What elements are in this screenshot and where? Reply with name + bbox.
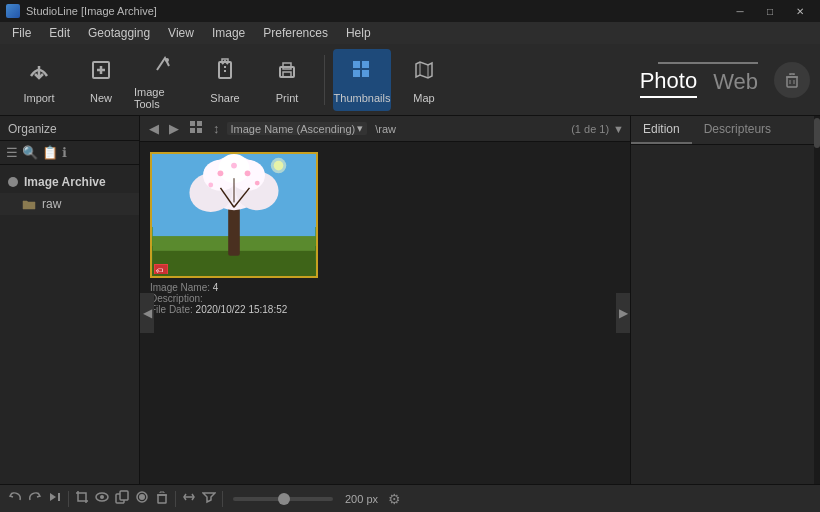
menu-file[interactable]: File [4, 24, 39, 42]
organize-list-icon[interactable]: 📋 [42, 145, 58, 160]
raw-folder-label: raw [42, 197, 61, 211]
svg-rect-56 [158, 495, 166, 503]
bottom-sep-1 [68, 491, 69, 507]
right-panel-tabs: Edition Descripteurs [631, 116, 820, 145]
svg-rect-13 [362, 70, 369, 77]
map-icon [410, 56, 438, 88]
image-tools-label: Image Tools [134, 86, 192, 110]
filter-button[interactable] [202, 490, 216, 507]
organize-tools: ☰ 🔍 📋 ℹ [0, 141, 139, 165]
view-mode-button[interactable] [186, 120, 206, 137]
sort-dir-button[interactable]: ↕ [210, 121, 223, 136]
menu-geotagging[interactable]: Geotagging [80, 24, 158, 42]
filter-bar: ◀ ▶ ↕ Image Name (Ascending) ▾ \raw (1 d… [140, 116, 630, 142]
expand-button[interactable] [182, 490, 196, 507]
right-scrollbar-thumb[interactable] [814, 118, 820, 148]
scroll-left-arrow[interactable]: ◀ [140, 293, 154, 333]
delete-button[interactable] [155, 490, 169, 507]
menu-help[interactable]: Help [338, 24, 379, 42]
image-tools-button[interactable]: Image Tools [134, 49, 192, 111]
svg-point-43 [208, 183, 213, 188]
menu-preferences[interactable]: Preferences [255, 24, 336, 42]
svg-point-46 [274, 161, 284, 171]
gear-button[interactable]: ⚙ [388, 491, 401, 507]
eye-button[interactable] [95, 490, 109, 507]
zoom-slider-thumb[interactable] [278, 493, 290, 505]
skip-end-button[interactable] [48, 490, 62, 507]
menu-image[interactable]: Image [204, 24, 253, 42]
thumbnail-item[interactable]: 🏷 Image Name: 4 Description: File Date: … [150, 152, 318, 315]
crop-button[interactable] [75, 490, 89, 507]
thumbnails-label: Thumbnails [334, 92, 391, 104]
share-label: Share [210, 92, 239, 104]
tree-raw-folder[interactable]: raw [0, 193, 139, 215]
print-label: Print [276, 92, 299, 104]
tag-icon: 🏷 [154, 264, 168, 274]
undo-button[interactable] [8, 490, 22, 507]
archive-dot-icon [8, 177, 18, 187]
new-label: New [90, 92, 112, 104]
zoom-value: 200 px [345, 493, 378, 505]
edition-tab[interactable]: Edition [631, 116, 692, 144]
svg-point-51 [100, 495, 104, 499]
organize-header: Organize [0, 116, 139, 141]
scroll-right-arrow[interactable]: ▶ [616, 293, 630, 333]
map-button[interactable]: Map [395, 49, 453, 111]
share-icon [211, 56, 239, 88]
redo-button[interactable] [28, 490, 42, 507]
path-label: \raw [375, 123, 396, 135]
menu-edit[interactable]: Edit [41, 24, 78, 42]
import-label: Import [23, 92, 54, 104]
thumbnails-button[interactable]: Thumbnails [333, 49, 391, 111]
svg-rect-22 [190, 128, 195, 133]
tree-root[interactable]: Image Archive [0, 171, 139, 193]
thumbnail-area[interactable]: ◀ [140, 142, 630, 484]
new-button[interactable]: New [72, 49, 130, 111]
count-text: (1 de 1) [571, 123, 609, 135]
description-row: Description: [150, 293, 318, 304]
right-panel: Edition Descripteurs [630, 116, 820, 484]
title-bar: StudioLine [Image Archive] ─ □ ✕ [0, 0, 820, 22]
svg-rect-29 [228, 207, 240, 255]
print-button[interactable]: Print [258, 49, 316, 111]
nav-back-button[interactable]: ◀ [146, 121, 162, 136]
sort-label[interactable]: Image Name (Ascending) ▾ [227, 122, 368, 135]
maximize-button[interactable]: □ [756, 3, 784, 19]
svg-point-41 [231, 163, 237, 169]
organize-info-icon[interactable]: ℹ [62, 145, 67, 160]
descripteurs-tab[interactable]: Descripteurs [692, 116, 783, 144]
folder-icon [22, 198, 36, 210]
thumbnail-info: Image Name: 4 Description: File Date: 20… [150, 278, 318, 315]
toolbar-right: Photo Web [640, 62, 810, 98]
thumbnails-icon [348, 56, 376, 88]
import-button[interactable]: Import [10, 49, 68, 111]
image-tools-icon [149, 50, 177, 82]
svg-rect-53 [120, 491, 128, 500]
right-panel-content [631, 145, 820, 484]
close-button[interactable]: ✕ [786, 3, 814, 19]
organize-search-icon[interactable]: 🔍 [22, 145, 38, 160]
file-date-value: 2020/10/22 15:18:52 [196, 304, 288, 315]
center-panel: ◀ ▶ ↕ Image Name (Ascending) ▾ \raw (1 d… [140, 116, 630, 484]
svg-point-44 [255, 181, 260, 186]
map-label: Map [413, 92, 434, 104]
title-bar-left: StudioLine [Image Archive] [6, 4, 157, 18]
record-button[interactable] [135, 490, 149, 507]
nav-forward-button[interactable]: ▶ [166, 121, 182, 136]
minimize-button[interactable]: ─ [726, 3, 754, 19]
svg-rect-10 [353, 61, 360, 68]
copy-button[interactable] [115, 490, 129, 507]
web-view-tab[interactable]: Web [713, 69, 758, 97]
photo-view-tab[interactable]: Photo [640, 68, 698, 98]
bottom-sep-3 [222, 491, 223, 507]
menu-view[interactable]: View [160, 24, 202, 42]
count-dropdown-icon[interactable]: ▼ [613, 123, 624, 135]
organize-menu-icon[interactable]: ☰ [6, 145, 18, 160]
count-badge: (1 de 1) ▼ [571, 123, 624, 135]
zoom-slider[interactable] [233, 497, 333, 501]
bottom-bar: 200 px ⚙ [0, 484, 820, 512]
organize-title: Organize [8, 122, 57, 136]
share-button[interactable]: Share [196, 49, 254, 111]
svg-rect-23 [197, 128, 202, 133]
trash-button[interactable] [774, 62, 810, 98]
